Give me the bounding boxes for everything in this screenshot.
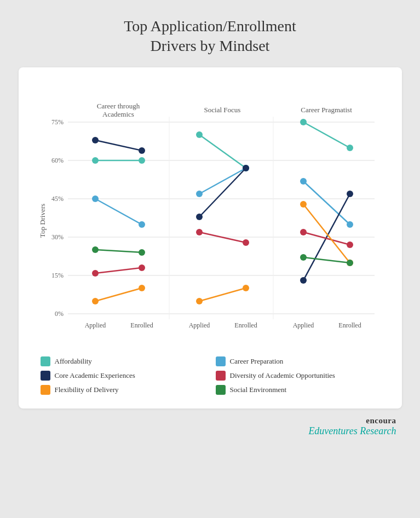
svg-point-26 (139, 157, 145, 164)
svg-point-50 (347, 191, 353, 197)
legend-item-career-prep: Career Preparation (216, 356, 380, 366)
svg-point-52 (92, 270, 99, 277)
page: Top Application/EnrollmentDrivers by Min… (0, 0, 420, 518)
svg-point-34 (92, 195, 99, 202)
svg-text:Applied: Applied (188, 321, 210, 329)
svg-point-58 (300, 229, 307, 235)
core-academic-label: Core Academic Experiences (55, 371, 135, 380)
svg-line-27 (199, 135, 246, 168)
svg-point-32 (347, 145, 353, 151)
svg-text:Social Focus: Social Focus (204, 106, 240, 114)
svg-line-45 (199, 168, 246, 217)
svg-point-65 (243, 285, 249, 291)
svg-point-35 (139, 221, 145, 228)
chart-svg: Top Drivers 0% 15% 30% 45% 60% (35, 84, 386, 347)
flexibility-swatch (41, 385, 50, 395)
affordability-label: Affordability (55, 357, 92, 366)
svg-point-55 (196, 229, 203, 235)
legend-item-core-academic: Core Academic Experiences (41, 371, 205, 381)
affordability-swatch (41, 356, 50, 366)
svg-point-49 (300, 277, 307, 284)
social-env-swatch (216, 385, 226, 395)
core-academic-swatch (41, 371, 50, 381)
svg-point-37 (196, 191, 203, 197)
svg-text:Academics: Academics (102, 110, 134, 118)
svg-point-73 (300, 254, 307, 261)
svg-text:Enrolled: Enrolled (130, 321, 153, 329)
svg-point-53 (139, 264, 145, 271)
diversity-label: Diversity of Academic Opportunities (230, 371, 335, 380)
svg-line-72 (303, 257, 350, 263)
svg-point-47 (243, 165, 249, 171)
legend-item-diversity: Diversity of Academic Opportunities (216, 371, 380, 381)
svg-point-43 (92, 137, 99, 143)
svg-line-51 (95, 268, 142, 273)
svg-line-63 (199, 288, 246, 301)
svg-point-70 (92, 246, 99, 253)
svg-point-64 (196, 298, 203, 304)
svg-point-67 (300, 201, 307, 208)
svg-point-46 (196, 214, 203, 220)
svg-point-74 (347, 260, 353, 266)
svg-line-33 (95, 199, 142, 225)
page-title: Top Application/EnrollmentDrivers by Min… (124, 16, 296, 56)
svg-text:30%: 30% (51, 233, 64, 241)
svg-point-44 (139, 147, 145, 154)
brand-sub: Eduventures Research (308, 425, 396, 437)
social-env-label: Social Environment (230, 385, 287, 394)
svg-line-69 (95, 250, 142, 252)
footer: encoura Eduventures Research (19, 416, 402, 437)
svg-point-40 (300, 178, 307, 185)
flexibility-label: Flexibility of Delivery (55, 385, 119, 394)
svg-text:45%: 45% (51, 195, 64, 203)
chart-card: Top Drivers 0% 15% 30% 45% 60% (19, 67, 402, 408)
svg-line-42 (95, 140, 142, 151)
diversity-swatch (216, 371, 226, 381)
svg-point-56 (243, 239, 249, 246)
svg-point-31 (300, 119, 307, 125)
svg-point-25 (92, 157, 99, 164)
svg-point-61 (92, 298, 99, 304)
career-prep-swatch (216, 356, 226, 366)
svg-text:Career Pragmatist: Career Pragmatist (301, 106, 352, 114)
brand-name: encoura (308, 416, 396, 425)
svg-line-39 (303, 181, 350, 225)
legend-item-affordability: Affordability (41, 356, 205, 366)
svg-text:60%: 60% (51, 157, 64, 164)
svg-line-30 (303, 122, 350, 148)
svg-text:75%: 75% (51, 118, 64, 126)
svg-point-59 (347, 241, 353, 248)
svg-line-60 (95, 288, 142, 301)
svg-line-36 (199, 168, 246, 194)
svg-text:Enrolled: Enrolled (338, 321, 361, 329)
svg-text:Applied: Applied (292, 321, 314, 329)
legend-item-social-env: Social Environment (216, 385, 380, 395)
svg-text:Career through: Career through (96, 102, 140, 110)
brand: encoura Eduventures Research (308, 416, 396, 437)
svg-point-28 (196, 131, 203, 138)
svg-point-71 (139, 249, 145, 256)
legend: Affordability Career Preparation Core Ac… (35, 356, 386, 395)
svg-text:Applied: Applied (84, 321, 106, 329)
svg-text:Enrolled: Enrolled (234, 321, 257, 329)
y-axis-label: Top Drivers (38, 204, 47, 238)
career-prep-label: Career Preparation (230, 357, 284, 366)
chart-area: Top Drivers 0% 15% 30% 45% 60% (35, 84, 386, 347)
svg-text:0%: 0% (55, 310, 64, 318)
svg-point-62 (139, 285, 145, 291)
svg-point-41 (347, 221, 353, 228)
svg-text:15%: 15% (51, 272, 64, 279)
legend-item-flexibility: Flexibility of Delivery (41, 385, 205, 395)
